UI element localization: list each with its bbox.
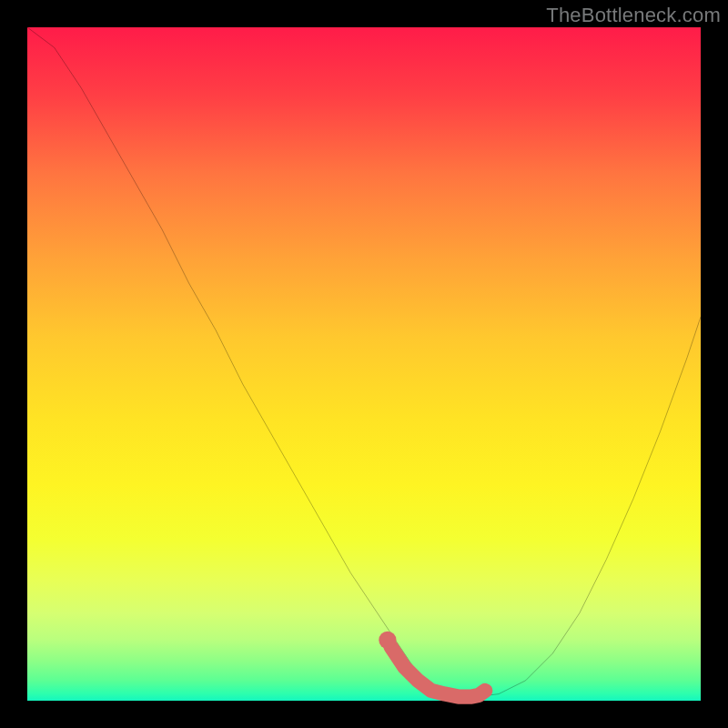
highlight-dot [379,632,396,649]
optimal-highlight [391,647,486,697]
main-curve [27,27,701,697]
chart-curve-layer [27,27,701,701]
plot-area [27,27,701,701]
watermark-text: TheBottleneck.com [546,4,721,27]
chart-stage: TheBottleneck.com [0,0,728,728]
